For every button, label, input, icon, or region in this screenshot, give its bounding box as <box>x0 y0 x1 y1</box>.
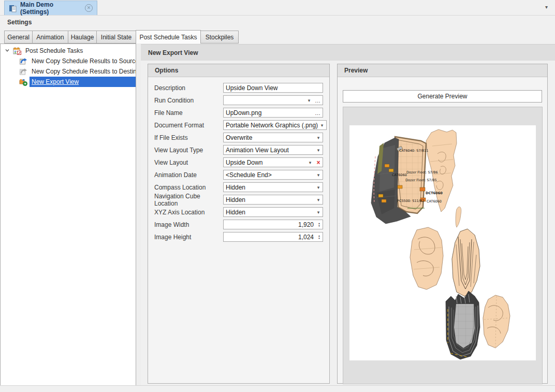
map-region-lowerleft <box>410 227 443 289</box>
tab-general[interactable]: General <box>4 31 33 43</box>
field-row-document-format: Document Format Portable Network Graphic… <box>154 120 323 130</box>
main-content: Post Schedule Tasks New Copy Schedule Re… <box>0 43 555 386</box>
if-file-exists-dropdown[interactable]: Overwrite ▾ <box>223 133 323 142</box>
preview-group-header: Preview <box>338 64 547 77</box>
settings-tab-strip: General Animation Haulage Initial State … <box>0 29 555 43</box>
image-height-input[interactable] <box>224 233 316 241</box>
tree-root-label: Post Schedule Tasks <box>23 47 85 54</box>
map-label: Dozer Fleet: S7/B6 <box>406 170 438 175</box>
map-region-contours <box>452 229 480 296</box>
field-row-run-condition: Run Condition ▾ … <box>154 95 323 105</box>
tree-item-new-export-view[interactable]: New Export View <box>1 77 136 87</box>
map-label: DCT6060 <box>426 191 443 195</box>
document-tab-title: Main Demo (Settings) <box>20 1 81 16</box>
document-tab-main-demo[interactable]: Main Demo (Settings) ✕ <box>4 1 97 15</box>
close-icon[interactable]: ✕ <box>85 4 93 12</box>
settings-caption-text: Settings <box>7 19 32 26</box>
clear-value-icon[interactable]: × <box>314 159 323 166</box>
document-tab-bar: Main Demo (Settings) ✕ ▾ <box>0 0 555 16</box>
dropdown-arrow-icon[interactable]: ▾ <box>305 98 313 103</box>
tree-item-label: New Copy Schedule Results to Source... <box>30 57 136 65</box>
detail-header: New Export View <box>141 44 555 61</box>
dropdown-arrow-icon[interactable]: ▾ <box>318 123 326 128</box>
copy-schedule-results-icon <box>19 57 27 65</box>
tree-item-label: New Copy Schedule Results to Destin... <box>30 68 136 75</box>
field-row-view-layout: View Layout Upside Down ▾ × <box>154 157 323 167</box>
document-format-dropdown[interactable]: Portable Network Graphics (.png) ▾ <box>223 120 327 130</box>
tab-haulage[interactable]: Haulage <box>68 31 97 43</box>
generate-preview-button[interactable]: Generate Preview <box>343 90 542 103</box>
field-row-description: Description <box>154 83 323 93</box>
detail-header-title: New Export View <box>148 49 198 56</box>
view-layout-type-dropdown[interactable]: Animation View Layout ▾ <box>223 145 323 155</box>
animation-date-dropdown[interactable]: <Schedule End> ▾ <box>223 170 323 180</box>
panel-splitter[interactable] <box>136 43 141 386</box>
map-label: CAT6060 <box>392 173 407 177</box>
dropdown-arrow-icon[interactable]: ▾ <box>314 148 323 153</box>
map-label: CAT6040: S7/B11 <box>399 149 428 153</box>
field-row-xyz-axis-location: XYZ Axis Location Hidden ▾ <box>154 207 323 217</box>
run-condition-dropdown[interactable]: ▾ … <box>223 95 323 105</box>
tab-animation[interactable]: Animation <box>32 31 68 43</box>
dropdown-arrow-icon[interactable]: ▾ <box>306 160 314 165</box>
spinner-buttons[interactable]: ▲▼ <box>316 222 323 227</box>
chevron-down-icon[interactable] <box>4 47 11 54</box>
mine-map-preview: CAT6040: S7/B11 CAT6060 Dozer Fleet: S7/… <box>349 125 536 360</box>
map-label: Dozer Fleet: S7/B5 <box>405 178 437 182</box>
navigation-cube-location-dropdown[interactable]: Hidden ▾ <box>223 195 323 205</box>
map-label: PC5500: S11/B2 <box>397 199 424 203</box>
detail-panel: New Export View Options Description Run … <box>141 43 555 386</box>
settings-caption: Settings <box>0 16 555 29</box>
dropdown-arrow-icon[interactable]: ▾ <box>314 197 323 202</box>
field-row-image-height: Image Height ▲▼ <box>154 232 323 242</box>
preview-container: CAT6040: S7/B11 CAT6060 Dozer Fleet: S7/… <box>343 107 543 384</box>
dropdown-arrow-icon[interactable]: ▾ <box>314 135 323 140</box>
browse-ellipsis-button[interactable]: … <box>313 110 323 116</box>
window-list-dropdown-icon[interactable]: ▾ <box>545 4 548 10</box>
file-name-input[interactable] <box>224 109 313 117</box>
dropdown-arrow-icon[interactable]: ▾ <box>314 185 323 190</box>
map-label: CAT6060 <box>427 199 442 204</box>
tab-initial-state[interactable]: Initial State <box>96 31 136 43</box>
map-sliver <box>456 207 461 227</box>
view-layout-dropdown[interactable]: Upside Down ▾ × <box>223 157 323 167</box>
dropdown-arrow-icon[interactable]: ▾ <box>314 172 323 178</box>
tree-item-copy-results-destination[interactable]: New Copy Schedule Results to Destin... <box>1 66 136 77</box>
tree-root-post-schedule-tasks[interactable]: Post Schedule Tasks <box>1 46 136 56</box>
options-form: Description Run Condition ▾ … File Name <box>148 77 329 242</box>
export-view-icon <box>19 78 27 86</box>
xyz-axis-location-dropdown[interactable]: Hidden ▾ <box>223 207 323 217</box>
dropdown-arrow-icon[interactable]: ▾ <box>314 210 323 215</box>
preview-image: CAT6040: S7/B11 CAT6060 Dozer Fleet: S7/… <box>349 125 536 360</box>
field-row-view-layout-type: View Layout Type Animation View Layout ▾ <box>154 145 323 155</box>
options-group-header: Options <box>148 64 329 77</box>
map-bottom-pit <box>446 291 480 359</box>
tree-item-copy-results-source[interactable]: New Copy Schedule Results to Source... <box>1 56 136 66</box>
schedule-tasks-icon <box>13 47 21 55</box>
field-row-animation-date: Animation Date <Schedule End> ▾ <box>154 170 323 180</box>
field-row-if-file-exists: If File Exists Overwrite ▾ <box>154 133 323 142</box>
map-region-bottomright <box>483 295 510 348</box>
document-icon <box>9 4 17 12</box>
field-row-navigation-cube-location: Navigation Cube Location Hidden ▾ <box>154 195 323 205</box>
ellipsis-button[interactable]: … <box>313 97 323 104</box>
bottom-status-strip <box>0 385 555 392</box>
compass-location-dropdown[interactable]: Hidden ▾ <box>223 182 323 192</box>
field-row-compass-location: Compass Location Hidden ▾ <box>154 182 323 192</box>
options-group: Options Description Run Condition ▾ … <box>148 64 330 384</box>
field-row-image-width: Image Width ▲▼ <box>154 220 323 229</box>
field-row-file-name: File Name … <box>154 108 323 118</box>
description-input[interactable] <box>224 84 323 92</box>
preview-group: Preview Generate Preview <box>337 64 548 384</box>
image-width-input[interactable] <box>224 221 316 228</box>
tab-post-schedule-tasks[interactable]: Post Schedule Tasks <box>136 30 201 44</box>
copy-schedule-results-disabled-icon <box>19 67 27 76</box>
tab-stockpiles[interactable]: Stockpiles <box>200 31 239 43</box>
tree-item-label-selected: New Export View <box>30 77 136 87</box>
tasks-tree-panel: Post Schedule Tasks New Copy Schedule Re… <box>0 43 136 386</box>
spinner-buttons[interactable]: ▲▼ <box>316 235 323 240</box>
